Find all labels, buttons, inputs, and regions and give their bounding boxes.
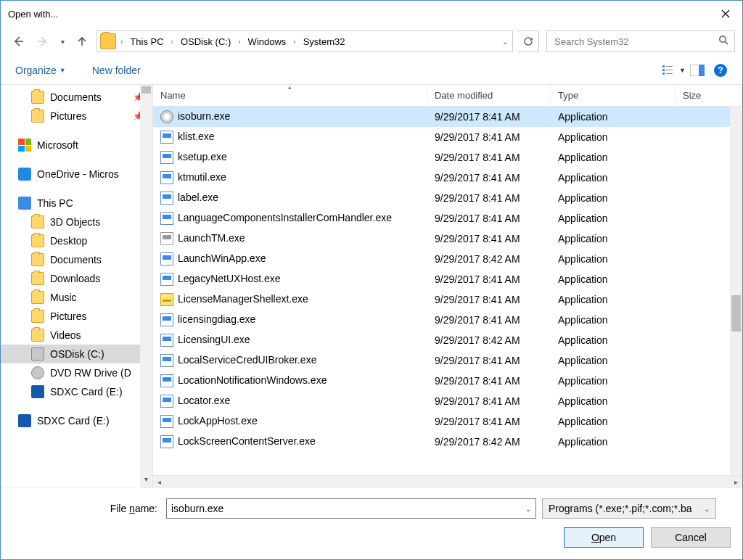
search-box[interactable] <box>546 30 735 52</box>
search-icon[interactable] <box>718 35 728 48</box>
scroll-down-icon[interactable]: ▾ <box>140 475 152 487</box>
file-row[interactable]: LocationNotificationWindows.exe9/29/2017… <box>153 371 742 391</box>
file-row[interactable]: LicenseManagerShellext.exe9/29/2017 8:41… <box>153 289 742 310</box>
file-row[interactable]: LaunchWinApp.exe9/29/2017 8:42 AMApplica… <box>153 249 742 269</box>
column-size[interactable]: Size <box>676 85 742 106</box>
scroll-thumb[interactable] <box>141 86 151 94</box>
tree-label: SDXC Card (E:) <box>50 386 123 398</box>
tree-3d-objects[interactable]: 3D Objects <box>1 213 152 231</box>
nav-recent-dropdown[interactable]: ▾ <box>57 31 67 52</box>
onedrive-icon <box>18 168 31 181</box>
file-row[interactable]: ktmutil.exe9/29/2017 8:41 AMApplication <box>153 168 742 188</box>
preview-pane-button[interactable] <box>686 59 709 82</box>
tree-videos[interactable]: Videos <box>1 326 152 345</box>
file-row[interactable]: isoburn.exe9/29/2017 8:41 AMApplication <box>153 107 742 127</box>
breadcrumb-chevron-icon[interactable]: › <box>119 38 124 46</box>
tree-label: Pictures <box>50 310 87 322</box>
file-type-filter[interactable]: Programs (*.exe;*.pif;*.com;*.ba ⌄ <box>542 498 716 519</box>
breadcrumb-system32[interactable]: System32 <box>297 31 351 52</box>
tree-documents[interactable]: Documents <box>1 250 152 269</box>
file-row[interactable]: LicensingUI.exe9/29/2017 8:42 AMApplicat… <box>153 330 742 350</box>
file-icon <box>160 273 173 286</box>
address-bar[interactable]: › This PC › OSDisk (C:) › Windows › Syst… <box>97 30 513 52</box>
tree-label: Downloads <box>50 273 100 284</box>
chevron-down-icon[interactable]: ⌄ <box>525 505 531 513</box>
chevron-down-icon[interactable]: ⌄ <box>704 505 710 513</box>
file-name: Locator.exe <box>178 395 230 406</box>
cancel-button[interactable]: Cancel <box>651 527 731 548</box>
nav-forward[interactable] <box>33 31 53 52</box>
scroll-thumb[interactable] <box>731 295 741 332</box>
file-name: LockScreenContentServer.exe <box>178 435 316 447</box>
titlebar: Open with... <box>1 1 742 27</box>
file-row[interactable]: LanguageComponentsInstallerComHandler.ex… <box>153 208 742 228</box>
breadcrumb-chevron-icon[interactable]: › <box>170 38 175 46</box>
breadcrumb-windows[interactable]: Windows <box>242 31 292 52</box>
column-date[interactable]: Date modified <box>427 85 551 106</box>
sd-icon <box>18 414 31 427</box>
help-button[interactable]: ? <box>709 59 732 82</box>
file-name: LaunchTM.exe <box>178 232 245 244</box>
breadcrumb-thispc[interactable]: This PC <box>124 31 169 52</box>
file-icon <box>160 293 173 306</box>
file-type: Application <box>551 111 676 123</box>
svg-rect-4 <box>666 70 673 70</box>
filename-combo[interactable]: isoburn.exe ⌄ <box>166 498 536 519</box>
breadcrumb-chevron-icon[interactable]: › <box>292 38 297 46</box>
folder-icon <box>31 272 44 285</box>
tree-onedrive[interactable]: OneDrive - Micros <box>1 165 152 184</box>
view-mode-button[interactable]: ▼ <box>662 59 686 82</box>
file-scrollbar[interactable] <box>730 107 742 475</box>
file-name: LicenseManagerShellext.exe <box>178 293 308 305</box>
refresh-button[interactable] <box>517 30 539 52</box>
file-row[interactable]: label.exe9/29/2017 8:41 AMApplication <box>153 188 742 208</box>
tree-music[interactable]: Music <box>1 288 152 307</box>
file-icon <box>160 354 173 367</box>
folder-icon <box>31 91 44 104</box>
file-name: LockAppHost.exe <box>178 415 258 427</box>
file-row[interactable]: LocalServiceCredUIBroker.exe9/29/2017 8:… <box>153 350 742 371</box>
file-row[interactable]: LockAppHost.exe9/29/2017 8:41 AMApplicat… <box>153 411 742 432</box>
file-type: Application <box>551 213 676 224</box>
file-row[interactable]: LegacyNetUXHost.exe9/29/2017 8:41 AMAppl… <box>153 269 742 289</box>
open-button[interactable]: Open <box>564 527 644 548</box>
search-input[interactable] <box>553 36 718 48</box>
file-list[interactable]: isoburn.exe9/29/2017 8:41 AMApplicationk… <box>153 107 742 475</box>
column-type[interactable]: Type <box>551 85 676 106</box>
nav-up[interactable] <box>72 31 92 52</box>
address-dropdown-icon[interactable]: ⌄ <box>502 38 508 46</box>
tree-thispc[interactable]: This PC <box>1 194 152 213</box>
column-name[interactable]: Name ▴ <box>153 85 427 106</box>
file-row[interactable]: ksetup.exe9/29/2017 8:41 AMApplication <box>153 147 742 168</box>
organize-menu[interactable]: Organize ▼ <box>11 62 70 79</box>
thispc-icon <box>18 197 31 210</box>
tree-downloads[interactable]: Downloads <box>1 269 152 288</box>
new-folder-button[interactable]: New folder <box>88 62 145 79</box>
tree-microsoft[interactable]: Microsoft <box>1 136 152 155</box>
tree-dvd[interactable]: DVD RW Drive (D <box>1 363 152 382</box>
tree-sdxc-root[interactable]: SDXC Card (E:) <box>1 411 152 430</box>
nav-back[interactable] <box>8 31 28 52</box>
filename-label: File name: <box>12 503 157 514</box>
file-row[interactable]: LockScreenContentServer.exe9/29/2017 8:4… <box>153 432 742 452</box>
file-name: LocalServiceCredUIBroker.exe <box>178 354 316 366</box>
tree-pictures[interactable]: Pictures 📌 <box>1 107 152 125</box>
horizontal-scrollbar[interactable]: ◂ ▸ <box>153 475 742 487</box>
breadcrumb-osdisk[interactable]: OSDisk (C:) <box>175 31 237 52</box>
file-row[interactable]: licensingdiag.exe9/29/2017 8:41 AMApplic… <box>153 310 742 330</box>
tree-scrollbar[interactable]: ▴ ▾ <box>140 85 152 487</box>
scroll-right-icon[interactable]: ▸ <box>730 478 742 486</box>
close-button[interactable] <box>709 1 742 27</box>
tree-pictures[interactable]: Pictures <box>1 307 152 326</box>
file-row[interactable]: LaunchTM.exe9/29/2017 8:41 AMApplication <box>153 228 742 249</box>
folder-tree[interactable]: Documents 📌 Pictures 📌 Microsoft OneDriv… <box>1 85 153 487</box>
scroll-left-icon[interactable]: ◂ <box>153 478 165 486</box>
file-row[interactable]: Locator.exe9/29/2017 8:41 AMApplication <box>153 391 742 411</box>
tree-documents[interactable]: Documents 📌 <box>1 88 152 107</box>
file-row[interactable]: klist.exe9/29/2017 8:41 AMApplication <box>153 127 742 147</box>
tree-sdxc[interactable]: SDXC Card (E:) <box>1 382 152 401</box>
tree-osdisk[interactable]: OSDisk (C:) <box>1 345 152 363</box>
file-date: 9/29/2017 8:41 AM <box>427 314 551 326</box>
tree-desktop[interactable]: Desktop <box>1 231 152 250</box>
breadcrumb-chevron-icon[interactable]: › <box>237 38 242 46</box>
